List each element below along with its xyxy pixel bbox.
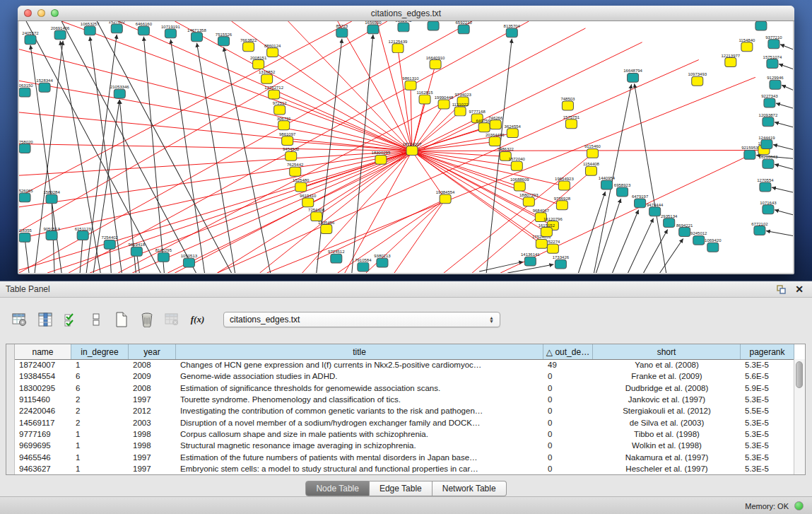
table-row[interactable]: 1872400712008Changes of HCN gene express… [6,359,794,370]
graph-edge-red[interactable] [19,21,387,231]
tab-node-table[interactable]: Node Table [305,481,370,496]
graph-edge-red[interactable] [132,151,412,273]
graph-node[interactable]: 18807293 [519,193,539,206]
graph-edge-red[interactable] [338,199,445,273]
graph-node[interactable]: 6592210 [455,21,472,34]
graph-node[interactable]: 9377210 [765,35,782,49]
graph-node[interactable]: 1050513 [181,254,198,267]
function-builder-button[interactable]: f(x) [188,310,207,329]
graph-node[interactable]: 9115460 [584,145,601,158]
tab-edge-table[interactable]: Edge Table [370,481,433,496]
graph-node[interactable]: 15984 [755,21,767,30]
graph-edge-black[interactable] [779,64,793,69]
graph-node[interactable]: 7515526 [216,33,233,46]
column-header[interactable]: in_degree [71,344,129,359]
graph-node[interactable]: 746266 [488,116,503,129]
graph-node[interactable]: 1575751 [563,115,580,129]
delete-column-button[interactable] [137,310,156,329]
table-row[interactable]: 946362711997Embryonic stem cells: a mode… [6,463,794,474]
select-all-button[interactable] [61,310,80,329]
graph-edge-red[interactable] [412,142,495,151]
graph-edge-red[interactable] [19,151,412,206]
table-row[interactable]: 946554611997Estimation of the future num… [6,451,794,462]
graph-edge-red[interactable] [412,151,564,186]
graph-node[interactable]: 2526065 [19,189,33,202]
graph-edge-red[interactable] [232,21,412,151]
graph-node[interactable]: 21053346 [110,85,129,98]
graph-edge-black[interactable] [578,192,605,273]
graph-node[interactable]: 12125439 [389,40,408,53]
graph-node[interactable]: 1758020 [19,140,33,153]
graph-node[interactable]: 9756928 [554,197,571,210]
graph-edge-black[interactable] [479,262,523,271]
graph-edge-black[interactable] [775,210,793,215]
scrollbar-thumb[interactable] [796,361,803,388]
graph-edge-red[interactable] [394,199,445,273]
graph-edge-red[interactable] [444,153,592,273]
graph-node[interactable]: 20364456 [486,133,505,146]
graph-edge-black[interactable] [196,43,235,273]
table-row[interactable]: 969969511998Structural magnetic resonanc… [6,440,794,451]
graph-edge-black[interactable] [613,210,639,273]
graph-edge-red[interactable] [412,119,477,151]
graph-node[interactable]: 12213977 [721,54,740,67]
graph-node[interactable]: 6466160 [136,22,153,35]
graph-node[interactable]: 1270554 [757,178,774,192]
graph-node[interactable]: 15751074 [763,55,782,69]
graph-edge-black[interactable] [776,103,793,108]
graph-edge-black[interactable] [775,122,793,127]
unselect-all-button[interactable] [86,310,105,329]
table-row[interactable]: 1456911722003Disruption of a novel membe… [6,416,794,428]
graph-node[interactable]: 9562142 [395,21,412,32]
table-row[interactable]: 1938455462009Genome-wide association stu… [6,370,794,382]
graph-node[interactable]: 1572040 [509,157,526,170]
table-row[interactable]: 1830029562008Estimation of significance … [6,382,794,394]
graph-node[interactable]: 6151123 [75,227,92,240]
graph-edge-black[interactable] [782,85,793,90]
graph-node[interactable]: 1525480 [293,178,310,192]
graph-node[interactable]: 1162815 [417,90,434,104]
graph-node[interactable]: 14136141 [521,252,540,266]
minimize-window-button[interactable] [37,9,45,17]
show-columns-button[interactable] [35,310,54,329]
graph-node[interactable]: 6772102 [751,222,768,235]
graph-node[interactable]: 1154408 [583,162,600,175]
zoom-window-button[interactable] [51,9,59,17]
network-window[interactable]: citations_edges.txt 24055722069140610653… [18,6,794,274]
graph-node[interactable]: 10973493 [688,72,707,86]
table-settings-button[interactable] [10,310,29,329]
graph-node[interactable]: 306731 [277,117,292,130]
column-header[interactable]: year [129,344,176,359]
graph-node[interactable]: 9619418 [129,243,146,256]
graph-node[interactable]: 7625442 [287,163,304,176]
graph-node[interactable]: 16648794 [623,69,642,82]
graph-node[interactable]: 19384554 [436,190,455,204]
graph-node[interactable]: 1733426 [553,255,570,269]
graph-node[interactable]: 14671358 [187,28,206,42]
table-row[interactable]: 911546021997Tourette syndrome. Phenomeno… [6,394,794,405]
column-header[interactable]: title [176,344,543,359]
graph-node[interactable]: 9380213 [374,254,391,267]
graph-node[interactable]: 972512 [273,101,288,115]
graph-edge-black[interactable] [766,231,793,236]
graph-node[interactable]: 85723 [336,24,348,37]
graph-node[interactable]: 1244419 [758,136,775,149]
float-panel-icon[interactable] [775,284,787,295]
graph-edge-red[interactable] [19,21,352,197]
graph-node[interactable]: 12752712 [264,86,283,99]
graph-node[interactable]: 9861097 [279,132,296,146]
graph-edge-black[interactable] [775,164,793,169]
graph-node[interactable]: 6958923 [614,183,631,197]
delete-table-button-disabled[interactable] [163,310,182,329]
graph-edge-black[interactable] [170,40,204,273]
create-column-button[interactable] [112,310,131,329]
column-header[interactable]: △ out_de… [543,344,593,359]
tab-network-table[interactable]: Network Table [433,481,507,496]
graph-node[interactable]: 16640910 [426,56,445,69]
graph-node[interactable]: 1316852 [259,70,276,83]
graph-edge-red[interactable] [19,81,412,151]
memory-status-indicator[interactable] [794,501,804,510]
graph-node[interactable]: 20691406 [51,26,70,40]
graph-edge-black[interactable] [773,145,793,150]
graph-node[interactable]: 10719191 [161,25,180,38]
